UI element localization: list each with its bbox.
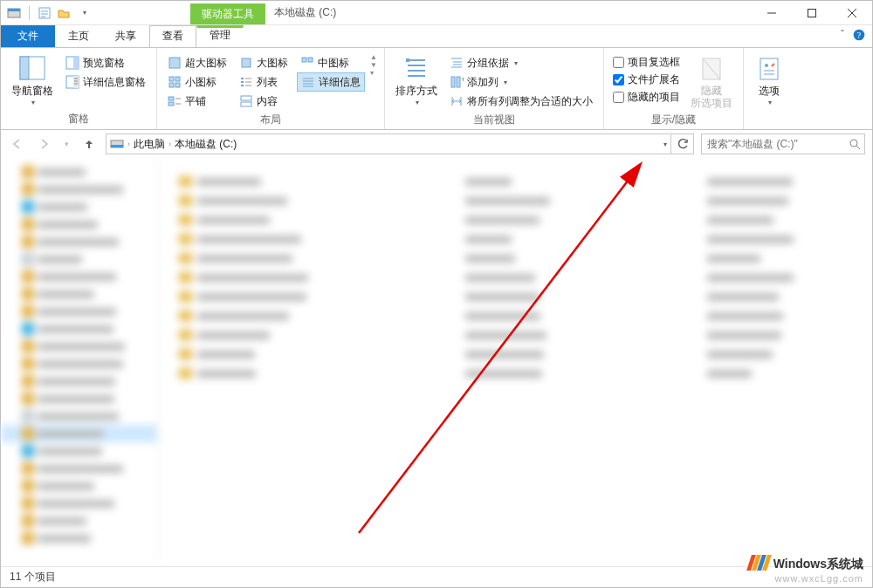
qat-customize-dropdown[interactable]: ▾ [77, 5, 93, 21]
tree-item[interactable] [1, 215, 157, 233]
layout-scroll-up-icon[interactable]: ▲ [370, 53, 377, 61]
list-item[interactable] [179, 289, 308, 304]
tree-item[interactable] [1, 303, 157, 320]
list-item[interactable] [707, 346, 794, 362]
list-item[interactable] [179, 250, 308, 266]
view-details[interactable]: 详细信息 [297, 72, 365, 92]
tree-item[interactable] [1, 460, 157, 477]
tab-view[interactable]: 查看 [149, 25, 196, 47]
hidden-items-toggle[interactable]: 隐藏的项目 [611, 88, 682, 106]
tree-item[interactable] [1, 355, 157, 373]
options-button[interactable]: 选项▾ [751, 53, 787, 108]
navigation-tree[interactable] [1, 158, 158, 566]
hide-selected-button[interactable]: 隐藏 所选项目 [687, 53, 736, 111]
list-item[interactable] [465, 289, 550, 304]
tree-item[interactable] [1, 163, 157, 181]
tree-item[interactable] [1, 285, 157, 303]
list-item[interactable] [465, 174, 550, 189]
tree-item[interactable] [1, 250, 157, 268]
address-history-dropdown[interactable]: ▾ [663, 140, 667, 148]
group-by-button[interactable]: 分组依据▾ [446, 53, 596, 72]
file-extensions-toggle[interactable]: 文件扩展名 [611, 71, 682, 88]
nav-forward-button[interactable] [34, 134, 53, 154]
layout-more-icon[interactable]: ▾ [370, 69, 377, 77]
search-box[interactable] [701, 133, 865, 154]
layout-scroll-down-icon[interactable]: ▼ [370, 61, 377, 69]
help-icon[interactable]: ? [853, 29, 865, 41]
list-item[interactable] [179, 212, 308, 228]
tree-item[interactable] [1, 320, 157, 338]
view-medium-icons[interactable]: 中图标 [297, 53, 365, 72]
list-item[interactable] [465, 270, 550, 285]
list-item[interactable] [179, 327, 308, 343]
preview-pane-button[interactable]: 预览窗格 [62, 53, 149, 72]
list-item[interactable] [465, 327, 550, 343]
view-tiles[interactable]: 平铺 [164, 92, 230, 111]
list-item[interactable] [707, 174, 794, 189]
tab-manage[interactable]: 管理 [196, 25, 244, 47]
qat-properties-icon[interactable] [37, 5, 52, 21]
tab-file[interactable]: 文件 [1, 25, 55, 47]
list-item[interactable] [707, 366, 794, 381]
list-item[interactable] [707, 250, 794, 266]
list-item[interactable] [707, 231, 794, 247]
tree-item[interactable] [1, 477, 157, 495]
list-item[interactable] [179, 366, 308, 381]
list-item[interactable] [707, 327, 794, 343]
tree-item[interactable] [1, 425, 157, 442]
breadcrumb-drive-c[interactable]: 本地磁盘 (C:) [175, 137, 237, 152]
add-columns-button[interactable]: +添加列▾ [446, 72, 596, 92]
list-item[interactable] [465, 308, 550, 324]
list-item[interactable] [179, 270, 308, 285]
file-list[interactable] [158, 158, 872, 566]
tree-item[interactable] [1, 198, 157, 215]
list-item[interactable] [179, 346, 308, 362]
view-large-icons[interactable]: 大图标 [236, 53, 292, 72]
nav-up-button[interactable] [79, 134, 99, 154]
list-item[interactable] [179, 231, 308, 247]
list-item[interactable] [465, 193, 550, 209]
tree-item[interactable] [1, 268, 157, 285]
list-item[interactable] [707, 289, 794, 304]
list-item[interactable] [465, 366, 550, 381]
list-item[interactable] [179, 174, 308, 189]
list-item[interactable] [179, 308, 308, 324]
ribbon-collapse-icon[interactable]: ˇ [841, 29, 844, 41]
minimize-button[interactable] [752, 1, 792, 24]
tree-item[interactable] [1, 338, 157, 355]
list-item[interactable] [465, 212, 550, 228]
size-all-columns-button[interactable]: 将所有列调整为合适的大小 [446, 92, 596, 111]
navigation-pane-button[interactable]: 导航窗格▾ [8, 53, 57, 108]
list-item[interactable] [465, 346, 550, 362]
nav-history-dropdown[interactable]: ▾ [60, 134, 72, 154]
tree-item[interactable] [1, 233, 157, 250]
tree-item[interactable] [1, 390, 157, 407]
nav-back-button[interactable] [8, 134, 27, 154]
tree-item[interactable] [1, 407, 157, 425]
tree-item[interactable] [1, 442, 157, 460]
view-list[interactable]: 列表 [236, 72, 292, 92]
list-item[interactable] [707, 212, 794, 228]
list-item[interactable] [707, 193, 794, 209]
maximize-button[interactable] [792, 1, 832, 24]
list-item[interactable] [465, 250, 550, 266]
view-content[interactable]: 内容 [236, 92, 292, 111]
tree-item[interactable] [1, 495, 157, 512]
tree-item[interactable] [1, 373, 157, 390]
sort-by-button[interactable]: 排序方式▾ [392, 53, 441, 108]
close-button[interactable] [832, 1, 872, 24]
view-small-icons[interactable]: 小图标 [164, 72, 230, 92]
list-item[interactable] [707, 308, 794, 324]
search-input[interactable] [705, 137, 849, 151]
address-bar[interactable]: › 此电脑 › 本地磁盘 (C:) ▾ [106, 133, 671, 154]
tree-item[interactable] [1, 181, 157, 198]
details-pane-button[interactable]: 详细信息窗格 [62, 72, 149, 92]
view-extra-large-icons[interactable]: 超大图标 [164, 53, 230, 72]
list-item[interactable] [179, 193, 308, 209]
qat-new-folder-icon[interactable] [56, 5, 72, 21]
refresh-button[interactable] [671, 133, 694, 154]
tree-item[interactable] [1, 512, 157, 530]
breadcrumb-this-pc[interactable]: 此电脑 [134, 137, 165, 152]
item-checkboxes-toggle[interactable]: 项目复选框 [611, 53, 682, 71]
tab-share[interactable]: 共享 [102, 25, 149, 47]
